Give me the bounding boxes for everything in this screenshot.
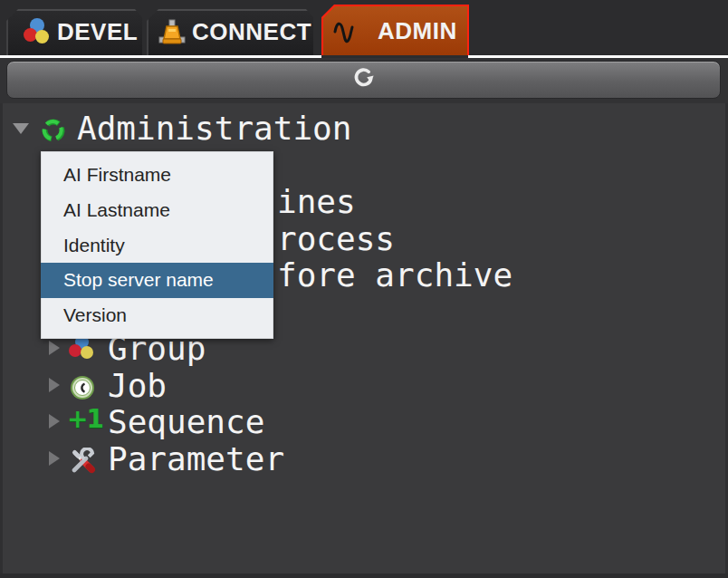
- tree-item-label: fore archive: [277, 256, 512, 294]
- connector-icon: [158, 17, 187, 48]
- tree-item-sequence[interactable]: +1 Sequence: [0, 403, 728, 440]
- tree-item-job[interactable]: Job: [0, 367, 728, 404]
- tree-item-label: ines: [277, 183, 356, 220]
- chevron-right-icon[interactable]: [49, 378, 60, 392]
- refresh-button[interactable]: [6, 61, 721, 99]
- tools-icon: [69, 445, 96, 472]
- chevron-right-icon[interactable]: [49, 451, 60, 466]
- menu-item-stop-server-name[interactable]: Stop server name: [41, 263, 273, 298]
- menu-item-identity[interactable]: Identity: [41, 228, 273, 264]
- tab-connect-label: CONNECT: [192, 18, 311, 46]
- refresh-icon: [351, 65, 377, 94]
- tree-item-parameter[interactable]: Parameter: [0, 440, 728, 477]
- tree-item-administration[interactable]: Administration: [0, 110, 728, 147]
- tabbar-underline: [0, 55, 321, 58]
- bottom-edge: [0, 573, 728, 578]
- admin-tree: Administration ines rocess fore archive …: [0, 103, 728, 578]
- tab-admin-body: ADMIN: [323, 6, 467, 55]
- app-window: DEVEL CONNECT: [0, 0, 728, 578]
- tree-item-label: Parameter: [108, 440, 284, 477]
- tab-bar: DEVEL CONNECT: [0, 0, 728, 58]
- menu-item-version[interactable]: Version: [41, 298, 273, 333]
- context-menu: AI Firstname AI Lastname Identity Stop s…: [41, 151, 273, 339]
- waveform-icon: [332, 15, 361, 46]
- tree-item-label: Job: [108, 367, 167, 404]
- tree-item-label: rocess: [277, 220, 395, 257]
- tab-admin[interactable]: ADMIN: [321, 5, 469, 55]
- chevron-down-icon[interactable]: [13, 123, 29, 134]
- toolbar: [0, 58, 728, 103]
- tab-devel-label: DEVEL: [57, 18, 138, 46]
- tabbar-underline: [468, 55, 728, 58]
- tab-connect[interactable]: CONNECT: [147, 9, 313, 55]
- tab-admin-label: ADMIN: [378, 17, 457, 45]
- menu-item-ai-firstname[interactable]: AI Firstname: [41, 158, 273, 193]
- green-ring-icon: [40, 114, 67, 141]
- tab-devel[interactable]: DEVEL: [6, 9, 142, 55]
- tree-item-label: Administration: [77, 110, 351, 147]
- chevron-right-icon[interactable]: [49, 414, 60, 429]
- tree-item-label: Sequence: [108, 403, 264, 440]
- chevron-right-icon[interactable]: [49, 341, 60, 355]
- menu-item-ai-lastname[interactable]: AI Lastname: [41, 193, 273, 228]
- clock-icon: [69, 371, 96, 399]
- left-edge: [0, 103, 3, 578]
- color-circles-icon: [23, 17, 52, 48]
- plus-one-icon: +1: [67, 404, 98, 434]
